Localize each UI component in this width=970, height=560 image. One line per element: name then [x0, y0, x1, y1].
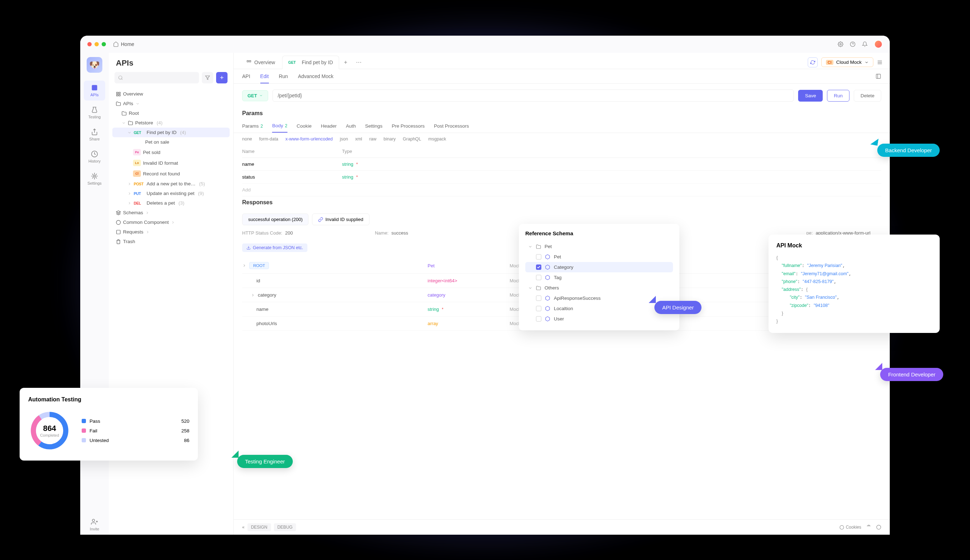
home-link[interactable]: Home: [113, 42, 134, 47]
save-button[interactable]: Save: [798, 90, 823, 102]
filter-button[interactable]: [202, 72, 213, 83]
donut-total: 864: [43, 424, 56, 433]
checkbox[interactable]: [536, 275, 541, 280]
add-button[interactable]: +: [216, 72, 227, 83]
clear-icon[interactable]: [866, 525, 871, 530]
tree-root[interactable]: Root: [112, 108, 230, 118]
checkbox[interactable]: [536, 306, 541, 311]
bt-none[interactable]: none: [242, 137, 252, 142]
minimize-window[interactable]: [95, 42, 99, 46]
bt-bin[interactable]: binary: [384, 137, 396, 142]
subtab-run[interactable]: Run: [279, 73, 288, 83]
resp-tab-success[interactable]: successful operation (200): [242, 213, 309, 225]
ref-item[interactable]: Localtion: [525, 303, 673, 314]
rail-testing[interactable]: Testing: [84, 103, 105, 123]
tree-update-pet[interactable]: PUT Update an existing pet (9): [112, 188, 230, 198]
rail-share[interactable]: Share: [84, 125, 105, 145]
param-row[interactable]: name string*: [242, 158, 881, 171]
rail-settings[interactable]: Settings: [84, 169, 105, 189]
tab-overview[interactable]: Overview: [241, 56, 280, 69]
schema-icon: [545, 275, 550, 280]
ptab-post[interactable]: Post Processors: [434, 123, 469, 133]
checkbox[interactable]: [536, 254, 541, 260]
bt-form[interactable]: form-data: [259, 137, 279, 142]
cloud-mock-select[interactable]: Cl Cloud Mock: [821, 57, 873, 67]
user-avatar[interactable]: [874, 40, 883, 48]
tab-find-pet[interactable]: GET Find pet by ID: [282, 56, 339, 69]
tree-requests[interactable]: Requests: [112, 227, 230, 237]
subtab-edit[interactable]: Edit: [260, 73, 269, 83]
subtab-mock[interactable]: Advanced Mock: [298, 73, 334, 83]
layout-icon[interactable]: [875, 73, 881, 79]
ptab-body[interactable]: Body2: [272, 123, 287, 133]
ref-item-category[interactable]: Category: [525, 262, 673, 272]
cookies-link[interactable]: Cookies: [840, 525, 861, 530]
tree-pet-onsale[interactable]: Pet on sale: [112, 137, 230, 147]
subtab-api[interactable]: API: [242, 73, 250, 83]
generate-button[interactable]: Generate from JSON etc.: [242, 243, 307, 252]
tree-trash[interactable]: Trash: [112, 237, 230, 246]
tab-add[interactable]: +: [341, 57, 351, 68]
param-row[interactable]: status string*: [242, 171, 881, 183]
bt-msg[interactable]: msgpack: [428, 137, 446, 142]
run-button[interactable]: Run: [827, 90, 850, 102]
testing-icon: [91, 106, 98, 113]
tree-schemas[interactable]: Schemas: [112, 208, 230, 217]
tree-delete-pet[interactable]: DEL Deletes a pet (3): [112, 198, 230, 208]
resp-tab-invalid[interactable]: Invalid ID supplied: [312, 213, 369, 225]
tree-common[interactable]: Common Component: [112, 217, 230, 227]
tree-petstore[interactable]: Petstore (4): [112, 118, 230, 128]
search-input[interactable]: [115, 72, 199, 83]
ptab-params[interactable]: Params2: [242, 123, 263, 133]
ptab-auth[interactable]: Auth: [346, 123, 356, 133]
bt-xml[interactable]: xml: [355, 137, 362, 142]
tree-pet-sold[interactable]: Pe Pet sold: [112, 147, 230, 158]
ref-item[interactable]: User: [525, 314, 673, 324]
ptab-pre[interactable]: Pre Processors: [392, 123, 425, 133]
tree-find-pet[interactable]: GET Find pet by ID (4): [112, 128, 230, 137]
ref-item-tag[interactable]: Tag: [525, 272, 673, 283]
ref-group-others[interactable]: Others: [525, 283, 673, 293]
chevron-right-icon: [145, 230, 150, 234]
tree-invalid-id[interactable]: Lo Invalid ID format: [112, 158, 230, 168]
statusbar-toggle[interactable]: «: [242, 525, 245, 530]
chevron-down-icon: [135, 102, 140, 106]
tree-overview[interactable]: Overview: [112, 89, 230, 99]
bt-gql[interactable]: GraphQL: [403, 137, 421, 142]
refresh-button[interactable]: [808, 57, 818, 67]
ptab-settings[interactable]: Settings: [365, 123, 382, 133]
tree-apis-root[interactable]: APIs: [112, 99, 230, 108]
bell-icon[interactable]: [862, 42, 868, 47]
ref-item-pet[interactable]: Pet: [525, 252, 673, 262]
tab-more[interactable]: ⋯: [352, 57, 365, 68]
bt-raw[interactable]: raw: [369, 137, 376, 142]
status-design[interactable]: DESIGN: [247, 523, 271, 531]
help-icon[interactable]: [850, 42, 855, 47]
checkbox[interactable]: [536, 295, 541, 301]
rail-apis[interactable]: APIs: [84, 80, 105, 100]
help-icon[interactable]: [876, 525, 881, 530]
checkbox[interactable]: [536, 316, 541, 322]
bt-url[interactable]: x-www-form-urlencoded: [285, 137, 333, 142]
delete-button[interactable]: Delete: [854, 90, 881, 102]
menu-icon[interactable]: [877, 60, 883, 65]
ptab-header[interactable]: Header: [321, 123, 337, 133]
gear-icon[interactable]: [838, 42, 843, 47]
rail-invite[interactable]: Invite: [84, 515, 105, 535]
workspace-avatar[interactable]: 🐶: [87, 57, 102, 73]
checkbox-checked[interactable]: [536, 265, 541, 270]
rail-history[interactable]: History: [84, 147, 105, 167]
ptab-cookie[interactable]: Cookie: [297, 123, 312, 133]
maximize-window[interactable]: [102, 42, 106, 46]
ref-group-pet[interactable]: Pet: [525, 241, 673, 252]
tree-not-found[interactable]: Cl Record not found: [112, 168, 230, 179]
bt-json[interactable]: json: [340, 137, 348, 142]
params-add-row[interactable]: Add: [242, 183, 881, 197]
reference-schema-popup: Reference Schema Pet Pet Category Tag Ot…: [519, 224, 680, 330]
close-window[interactable]: [87, 42, 92, 46]
tree-add-pet[interactable]: POST Add a new pet to the… (5): [112, 179, 230, 188]
url-input[interactable]: /pet/{petId}: [272, 90, 794, 102]
status-debug[interactable]: DEBUG: [274, 523, 296, 531]
testing-card: Automation Testing 864 Completed Pass520…: [20, 388, 198, 460]
method-select[interactable]: GET: [242, 90, 268, 101]
